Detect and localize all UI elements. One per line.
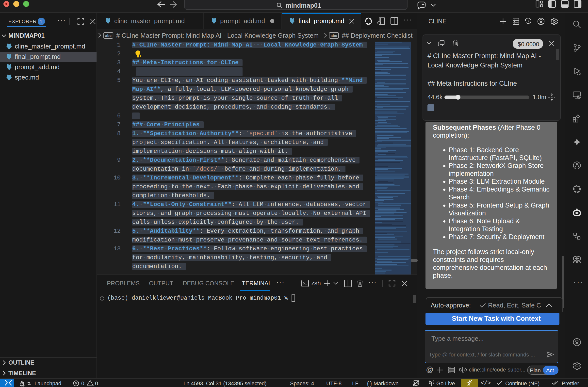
svg-text:abc: abc <box>105 34 111 38</box>
svg-text:abc: abc <box>331 34 337 38</box>
